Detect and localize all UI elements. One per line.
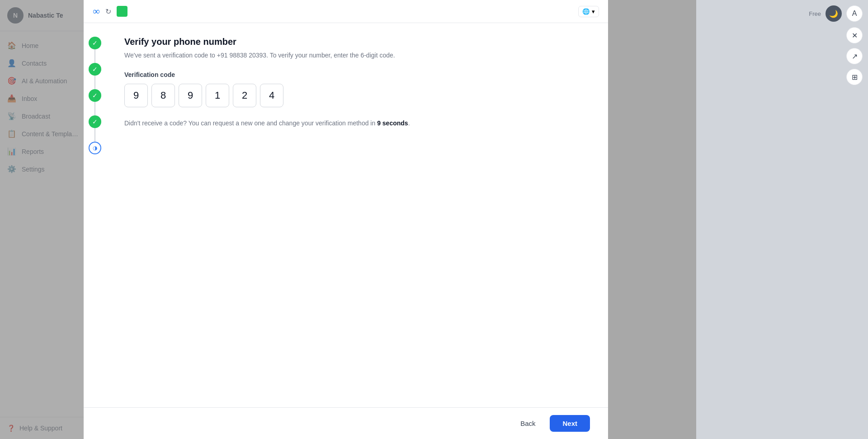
step-line-2 bbox=[94, 76, 95, 89]
meta-logo: ∞ bbox=[93, 5, 100, 17]
top-right-row: Free 🌙 A bbox=[809, 5, 863, 22]
step-5: ◑ bbox=[89, 142, 101, 154]
moon-button[interactable]: 🌙 bbox=[826, 5, 842, 22]
grid-icon: ⊞ bbox=[852, 73, 858, 81]
meta-icon: ∞ bbox=[93, 5, 100, 17]
digit-5[interactable]: 2 bbox=[233, 84, 256, 107]
step-1: ✓ bbox=[89, 37, 101, 63]
expand-button[interactable]: ↗ bbox=[846, 48, 863, 64]
letter-a-button[interactable]: A bbox=[846, 5, 863, 22]
dropdown-arrow: ▾ bbox=[592, 8, 595, 15]
digit-3[interactable]: 9 bbox=[179, 84, 202, 107]
language-selector[interactable]: 🌐 ▾ bbox=[578, 6, 599, 17]
letter-a: A bbox=[852, 10, 857, 18]
stepper: ✓ ✓ ✓ ✓ ◑ bbox=[84, 23, 106, 407]
step-circle-5: ◑ bbox=[89, 142, 101, 154]
close-button[interactable]: ✕ bbox=[846, 27, 863, 43]
close-icon: ✕ bbox=[852, 31, 858, 40]
step-circle-4: ✓ bbox=[89, 115, 101, 128]
modal-top-bar: ∞ ↻ 🌐 ▾ bbox=[84, 0, 608, 23]
free-badge: Free bbox=[809, 10, 821, 17]
green-square-icon bbox=[117, 6, 127, 17]
modal-body: ✓ ✓ ✓ ✓ ◑ Verify your phone number We've bbox=[84, 23, 608, 407]
step-circle-2: ✓ bbox=[89, 63, 101, 76]
modal-window: ∞ ↻ 🌐 ▾ ✓ ✓ ✓ ✓ bbox=[84, 0, 608, 439]
digit-2[interactable]: 8 bbox=[151, 84, 175, 107]
digit-1[interactable]: 9 bbox=[124, 84, 148, 107]
back-button[interactable]: Back bbox=[511, 415, 544, 432]
step-circle-3: ✓ bbox=[89, 89, 101, 102]
next-button[interactable]: Next bbox=[550, 415, 590, 432]
step-3: ✓ bbox=[89, 89, 101, 115]
step-2: ✓ bbox=[89, 63, 101, 89]
right-panel: Free 🌙 A ✕ ↗ ⊞ bbox=[696, 0, 868, 439]
top-bar-right: 🌐 ▾ bbox=[578, 6, 599, 17]
step-line-1 bbox=[94, 49, 95, 63]
code-inputs: 9 8 9 1 2 4 bbox=[124, 84, 590, 107]
digit-6[interactable]: 4 bbox=[260, 84, 283, 107]
step-circle-1: ✓ bbox=[89, 37, 101, 49]
globe-icon: 🌐 bbox=[582, 8, 590, 15]
step-line-3 bbox=[94, 102, 95, 115]
modal-content: Verify your phone number We've sent a ve… bbox=[106, 23, 608, 407]
refresh-icon[interactable]: ↻ bbox=[105, 7, 111, 16]
grid-button[interactable]: ⊞ bbox=[846, 69, 863, 85]
modal-subtitle: We've sent a verification code to +91 98… bbox=[124, 51, 590, 60]
modal-title: Verify your phone number bbox=[124, 37, 590, 47]
modal-footer: Back Next bbox=[84, 407, 608, 439]
moon-icon: 🌙 bbox=[829, 10, 838, 18]
step-line-4 bbox=[94, 128, 95, 142]
digit-4[interactable]: 1 bbox=[206, 84, 229, 107]
code-label: Verification code bbox=[124, 71, 590, 78]
step-4: ✓ bbox=[89, 115, 101, 142]
resend-text: Didn't receive a code? You can request a… bbox=[124, 118, 590, 128]
expand-icon: ↗ bbox=[852, 52, 858, 61]
